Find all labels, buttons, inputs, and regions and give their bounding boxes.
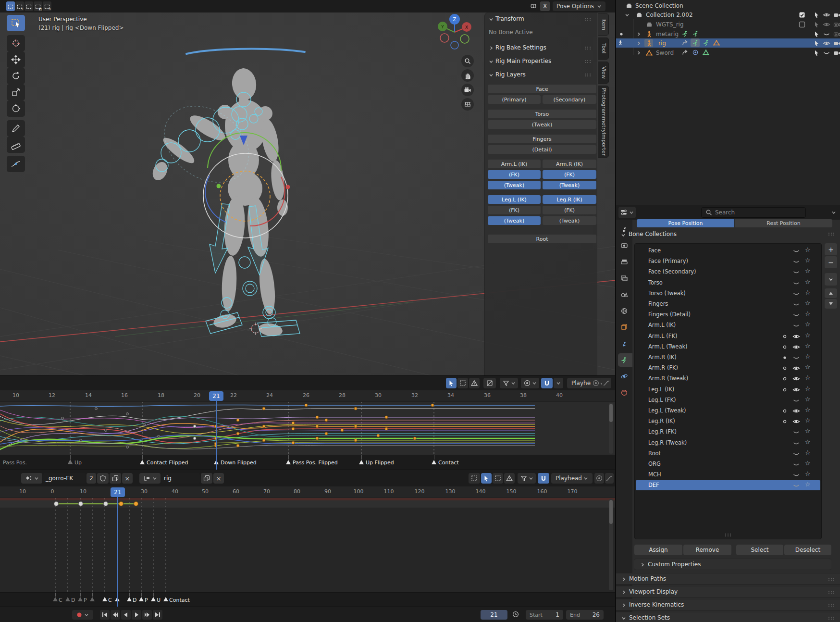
bone-collection-row-torso--tweak-[interactable]: Torso (Tweak)☆ (636, 288, 820, 299)
eye-open-icon[interactable] (792, 375, 800, 382)
dope-marker-strip[interactable]: CDPCDPUContact (0, 592, 616, 607)
editor-type-button[interactable] (618, 207, 636, 218)
fcurve-4[interactable] (0, 410, 535, 428)
favorite-star-icon[interactable]: ☆ (805, 438, 811, 446)
eye-open-icon[interactable] (792, 386, 800, 393)
properties-tab-scene[interactable] (620, 291, 628, 298)
proportional-edit-dropdown[interactable] (521, 378, 539, 388)
eye-closed-icon[interactable] (792, 397, 800, 404)
filter-dropdown[interactable] (500, 378, 518, 388)
marker-label[interactable]: Contact Flipped (147, 460, 188, 466)
panel-viewport-display[interactable]: Viewport Display (616, 586, 840, 597)
snap-button[interactable] (541, 378, 553, 388)
marker-label[interactable]: Contact (438, 460, 459, 466)
eye-closed-icon[interactable] (792, 354, 800, 361)
properties-tab-world[interactable] (620, 308, 628, 314)
solo-circle-icon[interactable] (782, 419, 787, 424)
keyframe-dot[interactable] (236, 444, 239, 447)
favorite-star-icon[interactable]: ☆ (805, 257, 811, 264)
bone-collections-list[interactable]: Face☆Face (Primary)☆Face (Secondary)☆Tor… (634, 243, 822, 539)
eye-closed-icon[interactable] (792, 322, 800, 329)
keyframe-dot[interactable] (316, 437, 319, 440)
header-collapse-chevron-icon[interactable] (831, 210, 836, 215)
chevron-down-icon[interactable] (489, 59, 494, 64)
current-frame-field[interactable]: 21 (481, 610, 507, 620)
marker-triangle[interactable] (102, 597, 107, 601)
expand-chevron-right-icon[interactable] (636, 50, 641, 55)
bone-collection-row-arm-r--fk-[interactable]: Arm.R (FK)☆ (636, 363, 820, 373)
bone-collection-row-face--primary-[interactable]: Face (Primary)☆ (636, 256, 820, 266)
dope-keyframe[interactable] (104, 502, 108, 506)
rig-layer-tweak-l[interactable]: (Tweak) (488, 181, 541, 189)
mode-button-select-new[interactable] (6, 1, 15, 11)
flag-icon[interactable] (813, 40, 820, 47)
solo-circle-icon[interactable] (782, 376, 787, 381)
eye-open-icon[interactable] (823, 12, 830, 18)
dope-vscrollbar[interactable] (609, 499, 613, 590)
add-collection-button[interactable]: + (825, 243, 837, 255)
expand-chevron-down-icon[interactable] (625, 12, 630, 17)
marker-triangle[interactable] (140, 460, 145, 464)
eye-open-icon[interactable] (792, 333, 800, 340)
chevron-right-icon[interactable] (489, 46, 494, 50)
favorite-star-icon[interactable]: ☆ (805, 396, 811, 403)
play-button[interactable] (132, 610, 141, 620)
eye-open-icon[interactable] (792, 365, 800, 372)
solo-circle-icon[interactable] (782, 409, 787, 413)
favorite-star-icon[interactable]: ☆ (805, 353, 811, 360)
properties-tab-view-layer[interactable] (620, 275, 628, 282)
timeline[interactable]: 21 Start 1 End 26 (0, 607, 616, 622)
favorite-star-icon[interactable]: ☆ (805, 299, 811, 307)
bone-collection-row-leg-l--tweak-[interactable]: Leg.L (Tweak)☆ (636, 406, 820, 416)
marker-triangle[interactable] (359, 460, 364, 464)
properties-tab-render[interactable] (620, 242, 628, 249)
marker-triangle[interactable] (53, 597, 58, 601)
panel-rig-main-properties[interactable]: Rig Main Properties (495, 58, 551, 64)
bone-collection-row-face--secondary-[interactable]: Face (Secondary)☆ (636, 267, 820, 277)
chevron-down-icon[interactable] (489, 73, 494, 77)
select-button[interactable]: Select (736, 545, 783, 555)
outliner-row-metarig[interactable]: metarig (616, 29, 840, 38)
rest-position-button[interactable]: Rest Position (734, 219, 832, 227)
keyframe-dot[interactable] (305, 404, 308, 407)
favorite-star-icon[interactable]: ☆ (805, 449, 811, 456)
camera-off-icon[interactable] (833, 21, 840, 28)
mode-button-select-intersect[interactable]: ∩ (43, 1, 51, 11)
bone-collection-row-torso[interactable]: Torso☆ (636, 278, 820, 288)
tool-cursor[interactable] (7, 35, 25, 51)
bone-collection-row-leg-r--tweak-[interactable]: Leg.R (Tweak)☆ (636, 438, 820, 448)
zoom-button[interactable] (461, 55, 474, 67)
snap-button[interactable] (538, 473, 549, 484)
camera-on-icon[interactable] (833, 40, 840, 47)
dope-key-area[interactable] (0, 498, 615, 592)
favorite-star-icon[interactable]: ☆ (805, 321, 811, 328)
toggle-grid-button[interactable] (461, 98, 474, 111)
marker-label[interactable]: Up Flipped (366, 460, 394, 466)
mode-button-select-subtract[interactable]: − (25, 1, 33, 11)
marker-label[interactable]: D (133, 597, 136, 603)
marker-label[interactable]: P (145, 597, 148, 603)
marker-label[interactable]: P (84, 597, 87, 603)
deselect-button[interactable]: Deselect (784, 545, 831, 555)
bone-collection-row-mch[interactable]: MCH☆ (636, 470, 820, 480)
eye-closed-icon[interactable] (823, 50, 830, 56)
mirror-butterfly-icon[interactable] (530, 3, 537, 10)
favorite-star-icon[interactable]: ☆ (805, 470, 811, 477)
keyframe-dot[interactable] (316, 416, 319, 419)
tool-annotate[interactable] (7, 120, 25, 137)
bone-collection-row-leg-r--fk-[interactable]: Leg.R (FK)☆ (636, 427, 820, 437)
navigation-gizmo[interactable]: Z X Y (436, 12, 473, 52)
graph-current-frame-badge[interactable]: 21 (209, 391, 223, 401)
filter-dropdown[interactable] (518, 473, 536, 484)
eye-open-icon[interactable] (792, 344, 800, 350)
properties-tab-output[interactable] (620, 259, 628, 265)
dope-keyframe[interactable] (79, 502, 83, 506)
rig-layer-fk-r[interactable]: (FK) (543, 206, 596, 214)
panel-rig-bake-settings[interactable]: Rig Bake Settings (495, 44, 546, 51)
keyframe-dot[interactable] (341, 429, 344, 432)
marker-triangle[interactable] (151, 597, 156, 601)
marker-label[interactable]: Down Flipped (221, 460, 257, 466)
fcurve-1[interactable] (0, 409, 535, 424)
favorite-star-icon[interactable]: ☆ (805, 363, 811, 371)
pose-options-dropdown[interactable]: Pose Options (553, 1, 605, 11)
